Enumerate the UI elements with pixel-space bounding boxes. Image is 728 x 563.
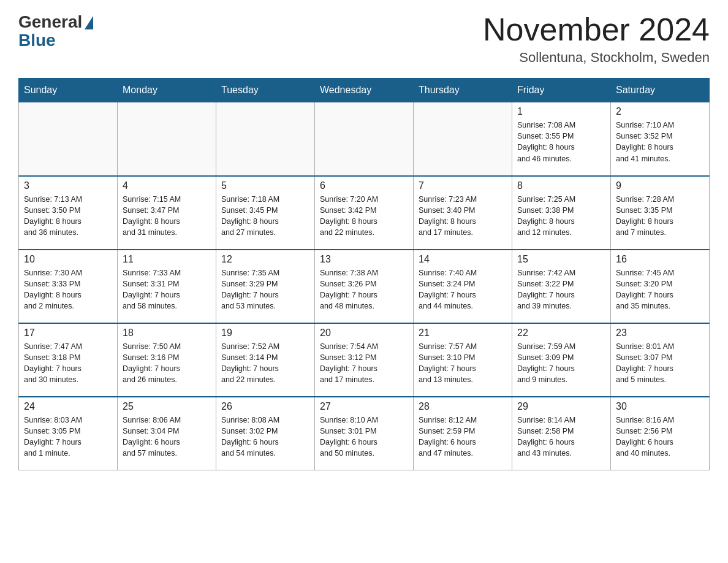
page-header: General Blue November 2024 Sollentuna, S… <box>18 12 710 66</box>
calendar-cell: 27Sunrise: 8:10 AM Sunset: 3:01 PM Dayli… <box>315 397 414 470</box>
calendar-cell: 5Sunrise: 7:18 AM Sunset: 3:45 PM Daylig… <box>216 176 315 250</box>
day-number: 25 <box>123 401 211 412</box>
day-number: 4 <box>123 180 211 191</box>
calendar-cell: 19Sunrise: 7:52 AM Sunset: 3:14 PM Dayli… <box>216 323 315 397</box>
day-number: 19 <box>221 327 309 339</box>
day-number: 8 <box>517 180 605 191</box>
calendar-cell <box>216 102 315 176</box>
day-number: 14 <box>419 254 507 265</box>
calendar-cell: 11Sunrise: 7:33 AM Sunset: 3:31 PM Dayli… <box>118 250 216 323</box>
column-header-sunday: Sunday <box>19 79 118 102</box>
calendar-cell: 21Sunrise: 7:57 AM Sunset: 3:10 PM Dayli… <box>414 323 512 397</box>
day-number: 27 <box>320 401 408 412</box>
day-info: Sunrise: 7:13 AM Sunset: 3:50 PM Dayligh… <box>24 194 112 239</box>
column-header-thursday: Thursday <box>414 79 512 102</box>
location-subtitle: Sollentuna, Stockholm, Sweden <box>483 50 710 66</box>
day-number: 9 <box>616 180 704 191</box>
day-info: Sunrise: 7:59 AM Sunset: 3:09 PM Dayligh… <box>517 341 605 386</box>
calendar-cell: 26Sunrise: 8:08 AM Sunset: 3:02 PM Dayli… <box>216 397 315 470</box>
column-header-tuesday: Tuesday <box>216 79 315 102</box>
calendar-cell: 4Sunrise: 7:15 AM Sunset: 3:47 PM Daylig… <box>118 176 216 250</box>
calendar-cell: 22Sunrise: 7:59 AM Sunset: 3:09 PM Dayli… <box>512 323 611 397</box>
day-info: Sunrise: 7:35 AM Sunset: 3:29 PM Dayligh… <box>221 267 309 312</box>
calendar-cell <box>414 102 512 176</box>
logo-general-text: General <box>18 12 82 32</box>
day-number: 22 <box>517 327 605 339</box>
calendar-cell: 10Sunrise: 7:30 AM Sunset: 3:33 PM Dayli… <box>19 250 118 323</box>
day-info: Sunrise: 7:50 AM Sunset: 3:16 PM Dayligh… <box>123 341 211 386</box>
day-number: 18 <box>123 327 211 339</box>
day-info: Sunrise: 7:42 AM Sunset: 3:22 PM Dayligh… <box>517 267 605 312</box>
calendar-week-row: 3Sunrise: 7:13 AM Sunset: 3:50 PM Daylig… <box>19 176 710 250</box>
calendar-cell: 8Sunrise: 7:25 AM Sunset: 3:38 PM Daylig… <box>512 176 611 250</box>
logo-triangle-icon <box>85 16 93 29</box>
calendar-cell: 23Sunrise: 8:01 AM Sunset: 3:07 PM Dayli… <box>611 323 710 397</box>
logo-blue-text: Blue <box>18 32 56 49</box>
calendar-cell <box>118 102 216 176</box>
calendar-cell: 16Sunrise: 7:45 AM Sunset: 3:20 PM Dayli… <box>611 250 710 323</box>
day-number: 21 <box>419 327 507 339</box>
day-number: 6 <box>320 180 408 191</box>
day-info: Sunrise: 7:30 AM Sunset: 3:33 PM Dayligh… <box>24 267 112 312</box>
calendar-header-row: SundayMondayTuesdayWednesdayThursdayFrid… <box>19 79 710 102</box>
day-info: Sunrise: 7:28 AM Sunset: 3:35 PM Dayligh… <box>616 194 704 239</box>
day-number: 12 <box>221 254 309 265</box>
month-title: November 2024 <box>483 12 710 47</box>
calendar-cell: 3Sunrise: 7:13 AM Sunset: 3:50 PM Daylig… <box>19 176 118 250</box>
calendar-cell: 6Sunrise: 7:20 AM Sunset: 3:42 PM Daylig… <box>315 176 414 250</box>
day-info: Sunrise: 8:12 AM Sunset: 2:59 PM Dayligh… <box>419 415 507 459</box>
day-info: Sunrise: 7:45 AM Sunset: 3:20 PM Dayligh… <box>616 267 704 312</box>
day-number: 20 <box>320 327 408 339</box>
day-info: Sunrise: 7:23 AM Sunset: 3:40 PM Dayligh… <box>419 194 507 239</box>
calendar-cell: 12Sunrise: 7:35 AM Sunset: 3:29 PM Dayli… <box>216 250 315 323</box>
day-number: 11 <box>123 254 211 265</box>
calendar-week-row: 24Sunrise: 8:03 AM Sunset: 3:05 PM Dayli… <box>19 397 710 470</box>
calendar-table: SundayMondayTuesdayWednesdayThursdayFrid… <box>18 78 710 470</box>
day-info: Sunrise: 7:20 AM Sunset: 3:42 PM Dayligh… <box>320 194 408 239</box>
column-header-saturday: Saturday <box>611 79 710 102</box>
day-number: 3 <box>24 180 112 191</box>
day-info: Sunrise: 7:52 AM Sunset: 3:14 PM Dayligh… <box>221 341 309 386</box>
day-number: 5 <box>221 180 309 191</box>
day-number: 7 <box>419 180 507 191</box>
day-number: 15 <box>517 254 605 265</box>
day-info: Sunrise: 8:14 AM Sunset: 2:58 PM Dayligh… <box>517 415 605 459</box>
day-info: Sunrise: 8:03 AM Sunset: 3:05 PM Dayligh… <box>24 415 112 459</box>
day-number: 13 <box>320 254 408 265</box>
day-info: Sunrise: 7:15 AM Sunset: 3:47 PM Dayligh… <box>123 194 211 239</box>
calendar-cell <box>19 102 118 176</box>
calendar-cell: 1Sunrise: 7:08 AM Sunset: 3:55 PM Daylig… <box>512 102 611 176</box>
day-info: Sunrise: 7:38 AM Sunset: 3:26 PM Dayligh… <box>320 267 408 312</box>
calendar-week-row: 10Sunrise: 7:30 AM Sunset: 3:33 PM Dayli… <box>19 250 710 323</box>
calendar-cell: 28Sunrise: 8:12 AM Sunset: 2:59 PM Dayli… <box>414 397 512 470</box>
calendar-cell: 29Sunrise: 8:14 AM Sunset: 2:58 PM Dayli… <box>512 397 611 470</box>
day-info: Sunrise: 7:08 AM Sunset: 3:55 PM Dayligh… <box>517 120 605 164</box>
day-number: 26 <box>221 401 309 412</box>
day-number: 1 <box>517 106 605 117</box>
day-number: 23 <box>616 327 704 339</box>
calendar-cell <box>315 102 414 176</box>
day-info: Sunrise: 8:01 AM Sunset: 3:07 PM Dayligh… <box>616 341 704 386</box>
column-header-monday: Monday <box>118 79 216 102</box>
calendar-cell: 13Sunrise: 7:38 AM Sunset: 3:26 PM Dayli… <box>315 250 414 323</box>
calendar-cell: 18Sunrise: 7:50 AM Sunset: 3:16 PM Dayli… <box>118 323 216 397</box>
day-info: Sunrise: 7:33 AM Sunset: 3:31 PM Dayligh… <box>123 267 211 312</box>
title-area: November 2024 Sollentuna, Stockholm, Swe… <box>483 12 710 66</box>
day-info: Sunrise: 7:57 AM Sunset: 3:10 PM Dayligh… <box>419 341 507 386</box>
day-number: 28 <box>419 401 507 412</box>
day-number: 30 <box>616 401 704 412</box>
day-number: 16 <box>616 254 704 265</box>
calendar-cell: 15Sunrise: 7:42 AM Sunset: 3:22 PM Dayli… <box>512 250 611 323</box>
calendar-week-row: 1Sunrise: 7:08 AM Sunset: 3:55 PM Daylig… <box>19 102 710 176</box>
day-number: 10 <box>24 254 112 265</box>
calendar-cell: 20Sunrise: 7:54 AM Sunset: 3:12 PM Dayli… <box>315 323 414 397</box>
day-info: Sunrise: 8:06 AM Sunset: 3:04 PM Dayligh… <box>123 415 211 459</box>
calendar-cell: 24Sunrise: 8:03 AM Sunset: 3:05 PM Dayli… <box>19 397 118 470</box>
day-info: Sunrise: 7:10 AM Sunset: 3:52 PM Dayligh… <box>616 120 704 164</box>
day-info: Sunrise: 7:18 AM Sunset: 3:45 PM Dayligh… <box>221 194 309 239</box>
column-header-wednesday: Wednesday <box>315 79 414 102</box>
column-header-friday: Friday <box>512 79 611 102</box>
logo: General Blue <box>18 12 93 49</box>
calendar-cell: 14Sunrise: 7:40 AM Sunset: 3:24 PM Dayli… <box>414 250 512 323</box>
calendar-week-row: 17Sunrise: 7:47 AM Sunset: 3:18 PM Dayli… <box>19 323 710 397</box>
